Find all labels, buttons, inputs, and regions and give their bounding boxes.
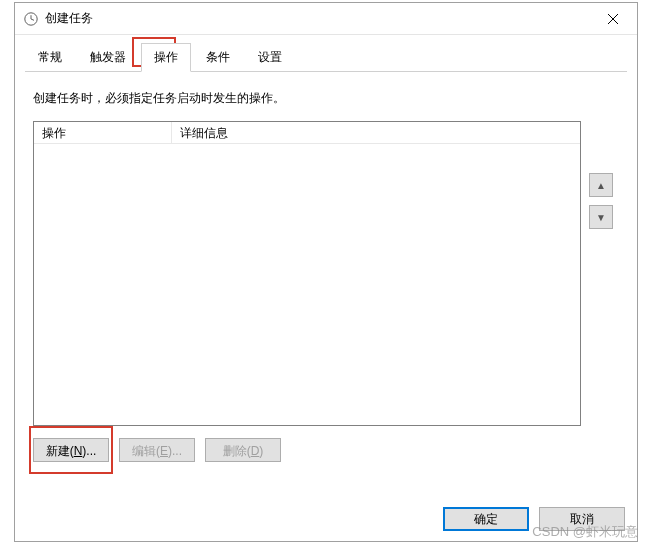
cancel-button[interactable]: 取消 (539, 507, 625, 531)
list-header: 操作 详细信息 (34, 122, 580, 144)
edit-button: 编辑(E)... (119, 438, 195, 462)
dialog-window: 创建任务 常规 触发器 操作 条件 设置 创建任务时，必须指定任务启动时发生的操… (14, 2, 638, 542)
column-detail[interactable]: 详细信息 (172, 122, 580, 143)
dialog-footer: 确定 取消 (443, 507, 625, 531)
action-buttons: 新建(N)... 编辑(E)... 删除(D) (33, 438, 619, 462)
tab-settings[interactable]: 设置 (245, 43, 295, 72)
description-text: 创建任务时，必须指定任务启动时发生的操作。 (33, 90, 619, 107)
new-button[interactable]: 新建(N)... (33, 438, 109, 462)
ok-button[interactable]: 确定 (443, 507, 529, 531)
tab-actions[interactable]: 操作 (141, 43, 191, 72)
column-action[interactable]: 操作 (34, 122, 172, 143)
reorder-buttons: ▲ ▼ (589, 121, 613, 426)
tab-general[interactable]: 常规 (25, 43, 75, 72)
tab-content: 创建任务时，必须指定任务启动时发生的操作。 操作 详细信息 ▲ ▼ 新建(N).… (15, 72, 637, 520)
main-row: 操作 详细信息 ▲ ▼ (33, 121, 619, 426)
delete-button: 删除(D) (205, 438, 281, 462)
tab-conditions[interactable]: 条件 (193, 43, 243, 72)
window-title: 创建任务 (45, 10, 593, 27)
chevron-up-icon: ▲ (596, 180, 606, 191)
titlebar: 创建任务 (15, 3, 637, 35)
svg-line-2 (31, 19, 34, 20)
clock-icon (23, 11, 39, 27)
move-up-button[interactable]: ▲ (589, 173, 613, 197)
tab-bar: 常规 触发器 操作 条件 设置 (15, 35, 637, 72)
move-down-button[interactable]: ▼ (589, 205, 613, 229)
actions-list[interactable]: 操作 详细信息 (33, 121, 581, 426)
tab-underline (25, 71, 627, 72)
tab-triggers[interactable]: 触发器 (77, 43, 139, 72)
chevron-down-icon: ▼ (596, 212, 606, 223)
close-icon (608, 14, 618, 24)
close-button[interactable] (593, 5, 633, 33)
